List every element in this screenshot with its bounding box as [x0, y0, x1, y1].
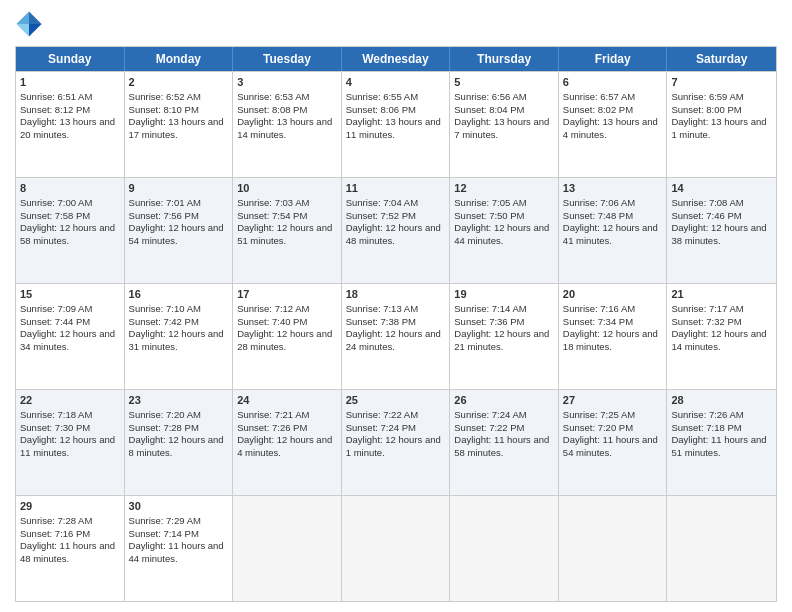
- day-number: 7: [671, 75, 772, 90]
- day-cell-20: 20Sunrise: 7:16 AMSunset: 7:34 PMDayligh…: [559, 284, 668, 389]
- day-cell-1: 1Sunrise: 6:51 AMSunset: 8:12 PMDaylight…: [16, 72, 125, 177]
- sunset-text: Sunset: 7:26 PM: [237, 422, 307, 433]
- day-cell-5: 5Sunrise: 6:56 AMSunset: 8:04 PMDaylight…: [450, 72, 559, 177]
- sunrise-text: Sunrise: 7:09 AM: [20, 303, 92, 314]
- daylight-text: Daylight: 12 hours and 21 minutes.: [454, 328, 549, 352]
- sunrise-text: Sunrise: 7:18 AM: [20, 409, 92, 420]
- sunset-text: Sunset: 7:34 PM: [563, 316, 633, 327]
- day-number: 24: [237, 393, 337, 408]
- sunset-text: Sunset: 7:58 PM: [20, 210, 90, 221]
- header-cell-saturday: Saturday: [667, 47, 776, 71]
- daylight-text: Daylight: 12 hours and 58 minutes.: [20, 222, 115, 246]
- daylight-text: Daylight: 11 hours and 51 minutes.: [671, 434, 766, 458]
- empty-cell: [559, 496, 668, 601]
- day-cell-25: 25Sunrise: 7:22 AMSunset: 7:24 PMDayligh…: [342, 390, 451, 495]
- daylight-text: Daylight: 12 hours and 44 minutes.: [454, 222, 549, 246]
- day-number: 20: [563, 287, 663, 302]
- header-cell-thursday: Thursday: [450, 47, 559, 71]
- day-number: 5: [454, 75, 554, 90]
- calendar-row-1: 1Sunrise: 6:51 AMSunset: 8:12 PMDaylight…: [16, 71, 776, 177]
- daylight-text: Daylight: 12 hours and 14 minutes.: [671, 328, 766, 352]
- header-cell-sunday: Sunday: [16, 47, 125, 71]
- page: SundayMondayTuesdayWednesdayThursdayFrid…: [0, 0, 792, 612]
- day-cell-23: 23Sunrise: 7:20 AMSunset: 7:28 PMDayligh…: [125, 390, 234, 495]
- sunrise-text: Sunrise: 7:20 AM: [129, 409, 201, 420]
- day-number: 9: [129, 181, 229, 196]
- sunrise-text: Sunrise: 6:57 AM: [563, 91, 635, 102]
- day-cell-3: 3Sunrise: 6:53 AMSunset: 8:08 PMDaylight…: [233, 72, 342, 177]
- sunset-text: Sunset: 8:00 PM: [671, 104, 741, 115]
- sunset-text: Sunset: 8:08 PM: [237, 104, 307, 115]
- empty-cell: [667, 496, 776, 601]
- sunset-text: Sunset: 7:32 PM: [671, 316, 741, 327]
- header-cell-tuesday: Tuesday: [233, 47, 342, 71]
- sunrise-text: Sunrise: 7:10 AM: [129, 303, 201, 314]
- sunset-text: Sunset: 7:52 PM: [346, 210, 416, 221]
- daylight-text: Daylight: 13 hours and 17 minutes.: [129, 116, 224, 140]
- sunset-text: Sunset: 7:20 PM: [563, 422, 633, 433]
- day-cell-2: 2Sunrise: 6:52 AMSunset: 8:10 PMDaylight…: [125, 72, 234, 177]
- day-cell-26: 26Sunrise: 7:24 AMSunset: 7:22 PMDayligh…: [450, 390, 559, 495]
- sunrise-text: Sunrise: 6:56 AM: [454, 91, 526, 102]
- sunrise-text: Sunrise: 7:28 AM: [20, 515, 92, 526]
- day-number: 11: [346, 181, 446, 196]
- sunrise-text: Sunrise: 7:08 AM: [671, 197, 743, 208]
- day-cell-17: 17Sunrise: 7:12 AMSunset: 7:40 PMDayligh…: [233, 284, 342, 389]
- sunset-text: Sunset: 7:22 PM: [454, 422, 524, 433]
- header-cell-friday: Friday: [559, 47, 668, 71]
- day-cell-28: 28Sunrise: 7:26 AMSunset: 7:18 PMDayligh…: [667, 390, 776, 495]
- sunset-text: Sunset: 7:14 PM: [129, 528, 199, 539]
- daylight-text: Daylight: 12 hours and 38 minutes.: [671, 222, 766, 246]
- sunrise-text: Sunrise: 6:51 AM: [20, 91, 92, 102]
- day-number: 25: [346, 393, 446, 408]
- day-number: 16: [129, 287, 229, 302]
- day-cell-4: 4Sunrise: 6:55 AMSunset: 8:06 PMDaylight…: [342, 72, 451, 177]
- empty-cell: [342, 496, 451, 601]
- day-cell-6: 6Sunrise: 6:57 AMSunset: 8:02 PMDaylight…: [559, 72, 668, 177]
- sunrise-text: Sunrise: 7:00 AM: [20, 197, 92, 208]
- daylight-text: Daylight: 11 hours and 58 minutes.: [454, 434, 549, 458]
- calendar-row-3: 15Sunrise: 7:09 AMSunset: 7:44 PMDayligh…: [16, 283, 776, 389]
- day-number: 14: [671, 181, 772, 196]
- daylight-text: Daylight: 12 hours and 11 minutes.: [20, 434, 115, 458]
- daylight-text: Daylight: 12 hours and 54 minutes.: [129, 222, 224, 246]
- sunset-text: Sunset: 7:42 PM: [129, 316, 199, 327]
- sunrise-text: Sunrise: 6:53 AM: [237, 91, 309, 102]
- day-cell-30: 30Sunrise: 7:29 AMSunset: 7:14 PMDayligh…: [125, 496, 234, 601]
- calendar-row-4: 22Sunrise: 7:18 AMSunset: 7:30 PMDayligh…: [16, 389, 776, 495]
- sunrise-text: Sunrise: 7:16 AM: [563, 303, 635, 314]
- daylight-text: Daylight: 13 hours and 20 minutes.: [20, 116, 115, 140]
- daylight-text: Daylight: 12 hours and 4 minutes.: [237, 434, 332, 458]
- day-number: 12: [454, 181, 554, 196]
- daylight-text: Daylight: 11 hours and 48 minutes.: [20, 540, 115, 564]
- sunrise-text: Sunrise: 7:03 AM: [237, 197, 309, 208]
- daylight-text: Daylight: 12 hours and 48 minutes.: [346, 222, 441, 246]
- day-number: 10: [237, 181, 337, 196]
- sunrise-text: Sunrise: 6:55 AM: [346, 91, 418, 102]
- day-cell-7: 7Sunrise: 6:59 AMSunset: 8:00 PMDaylight…: [667, 72, 776, 177]
- day-number: 26: [454, 393, 554, 408]
- daylight-text: Daylight: 11 hours and 54 minutes.: [563, 434, 658, 458]
- sunset-text: Sunset: 7:38 PM: [346, 316, 416, 327]
- daylight-text: Daylight: 13 hours and 14 minutes.: [237, 116, 332, 140]
- sunrise-text: Sunrise: 7:14 AM: [454, 303, 526, 314]
- day-number: 4: [346, 75, 446, 90]
- day-number: 2: [129, 75, 229, 90]
- sunset-text: Sunset: 7:56 PM: [129, 210, 199, 221]
- day-cell-8: 8Sunrise: 7:00 AMSunset: 7:58 PMDaylight…: [16, 178, 125, 283]
- day-cell-9: 9Sunrise: 7:01 AMSunset: 7:56 PMDaylight…: [125, 178, 234, 283]
- day-cell-24: 24Sunrise: 7:21 AMSunset: 7:26 PMDayligh…: [233, 390, 342, 495]
- sunrise-text: Sunrise: 7:13 AM: [346, 303, 418, 314]
- sunset-text: Sunset: 7:28 PM: [129, 422, 199, 433]
- daylight-text: Daylight: 13 hours and 7 minutes.: [454, 116, 549, 140]
- sunset-text: Sunset: 7:36 PM: [454, 316, 524, 327]
- sunset-text: Sunset: 7:48 PM: [563, 210, 633, 221]
- day-number: 13: [563, 181, 663, 196]
- day-cell-14: 14Sunrise: 7:08 AMSunset: 7:46 PMDayligh…: [667, 178, 776, 283]
- daylight-text: Daylight: 12 hours and 41 minutes.: [563, 222, 658, 246]
- day-number: 23: [129, 393, 229, 408]
- sunrise-text: Sunrise: 7:26 AM: [671, 409, 743, 420]
- svg-marker-0: [29, 11, 42, 24]
- day-cell-16: 16Sunrise: 7:10 AMSunset: 7:42 PMDayligh…: [125, 284, 234, 389]
- daylight-text: Daylight: 12 hours and 24 minutes.: [346, 328, 441, 352]
